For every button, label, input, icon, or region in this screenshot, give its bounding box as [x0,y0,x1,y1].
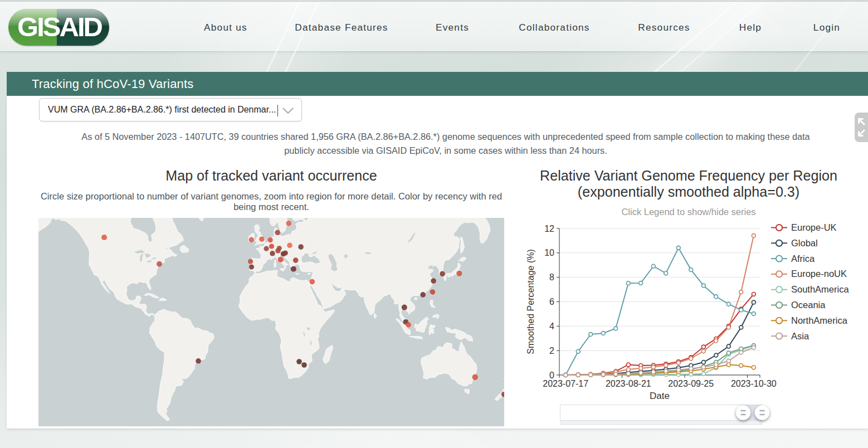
svg-text:12: 12 [544,224,554,233]
svg-text:2023-08-21: 2023-08-21 [606,379,651,388]
svg-text:Europe-noUK: Europe-noUK [791,269,847,279]
svg-text:Africa: Africa [791,254,815,264]
svg-text:Oceania: Oceania [791,300,826,310]
svg-text:Date: Date [650,391,670,401]
svg-text:10: 10 [544,248,554,257]
svg-text:Global: Global [791,238,818,248]
svg-text:0: 0 [549,371,554,380]
svg-text:NorthAmerica: NorthAmerica [791,315,848,325]
svg-text:Smoothed Percentage (%): Smoothed Percentage (%) [526,249,535,354]
svg-text:2023-09-25: 2023-09-25 [668,379,714,388]
svg-text:4: 4 [549,322,554,331]
svg-text:8: 8 [549,272,554,282]
svg-text:2023-07-17: 2023-07-17 [543,379,588,388]
svg-text:2: 2 [549,346,554,356]
svg-text:2023-10-30: 2023-10-30 [731,379,777,388]
svg-text:Europe-UK: Europe-UK [791,222,837,232]
svg-text:Asia: Asia [791,331,810,341]
svg-text:6: 6 [549,297,554,306]
svg-text:SouthAmerica: SouthAmerica [791,284,849,294]
